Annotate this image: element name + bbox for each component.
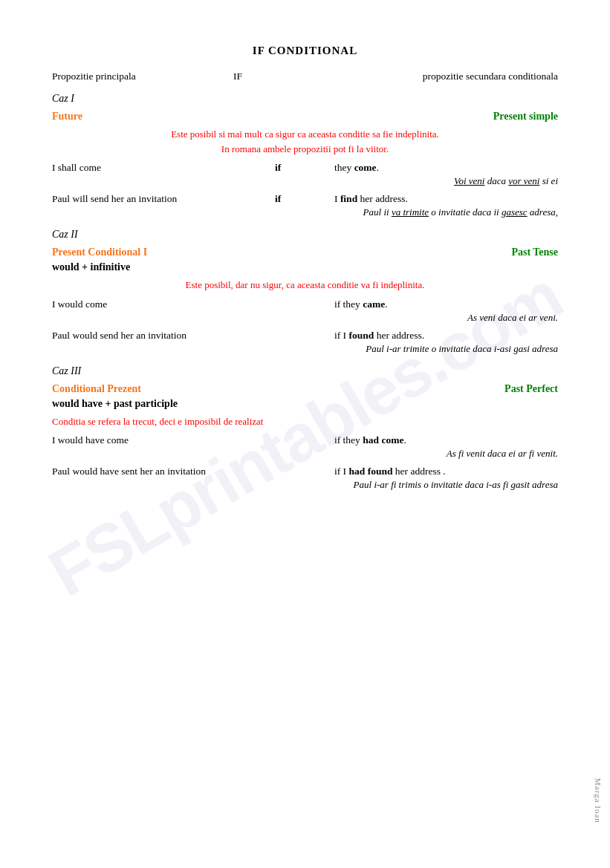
caz3-example2: Paul would have sent her an invitation i… [52,466,558,477]
section-caz3: Caz III Conditional Prezent Past Perfect… [52,365,558,492]
header-col-mid: IF [215,71,260,82]
caz3-ex2-left: Paul would have sent her an invitation [52,466,275,477]
caz1-ex1-right: they come. [334,162,558,174]
caz2-tense-right: Past Tense [511,247,558,258]
sidebar-label: Marga Ioan [594,778,603,823]
caz3-ex1-right: if they had come. [334,434,558,446]
caz1-ex2-right: I find her address. [334,193,558,205]
caz3-tense-row: Conditional Prezent Past Perfect [52,383,558,395]
header-col-right: propozitie secundara conditionala [260,71,558,82]
caz2-tense-left: Present Conditional I [52,247,147,258]
caz2-trans2: Paul i-ar trimite o invitatie daca i-asi… [52,343,558,355]
caz2-tense-row: Present Conditional I Past Tense [52,247,558,258]
caz1-tense-row: Future Present simple [52,111,558,123]
caz1-ex2-left: Paul will send her an invitation [52,193,275,205]
caz2-ex2-right: if I found her address. [334,330,558,342]
section-caz2: Caz II Present Conditional I Past Tense … [52,229,558,355]
caz2-ex1-left: I would come [52,298,275,310]
page: FSLprintables.com IF CONDITIONAL Propozi… [0,0,610,868]
caz3-tense-right: Past Perfect [504,383,558,395]
caz3-trans2: Paul i-ar fi trimis o invitatie daca i-a… [52,479,558,491]
caz1-ex1-mid: if [275,162,334,174]
caz2-example1: I would come if they came. [52,298,558,310]
caz1-label: Caz I [52,93,558,105]
caz2-ex2-left: Paul would send her an invitation [52,330,275,342]
caz1-trans2: Paul ii va trimite o invitatie daca ii g… [52,206,558,218]
caz3-label: Caz III [52,365,558,377]
caz1-tense-left: Future [52,111,82,123]
caz2-trans1: As veni daca ei ar veni. [52,312,558,324]
caz1-note: Este posibil si mai mult ca sigur ca ace… [52,127,558,156]
caz3-trans1: As fi venit daca ei ar fi venit. [52,448,558,460]
caz2-formula: would + infinitive [52,261,558,273]
caz2-ex1-right: if they came. [334,298,558,310]
caz1-ex1-left: I shall come [52,162,275,174]
page-title: IF CONDITIONAL [52,45,558,57]
caz3-note: Conditia se refera la trecut, deci e imp… [52,414,558,429]
caz2-example2: Paul would send her an invitation if I f… [52,330,558,342]
caz1-trans1: Voi veni daca vor veni si ei [52,175,558,187]
caz3-formula: would have + past participle [52,398,558,410]
caz3-ex2-right: if I had found her address . [334,466,558,477]
section-caz1: Caz I Future Present simple Este posibil… [52,93,558,218]
caz3-example1: I would have come if they had come. [52,434,558,446]
caz2-label: Caz II [52,229,558,241]
content: IF CONDITIONAL Propozitie principala IF … [52,45,558,491]
caz3-ex1-left: I would have come [52,434,275,446]
caz1-example1: I shall come if they come. [52,162,558,174]
caz1-ex2-mid: if [275,193,334,205]
caz3-tense-left: Conditional Prezent [52,383,141,395]
caz2-note: Este posibil, dar nu sigur, ca aceasta c… [52,278,558,293]
header-row: Propozitie principala IF propozitie secu… [52,71,558,82]
caz1-example2: Paul will send her an invitation if I fi… [52,193,558,205]
caz1-tense-right: Present simple [493,111,558,123]
header-col-left: Propozitie principala [52,71,215,82]
